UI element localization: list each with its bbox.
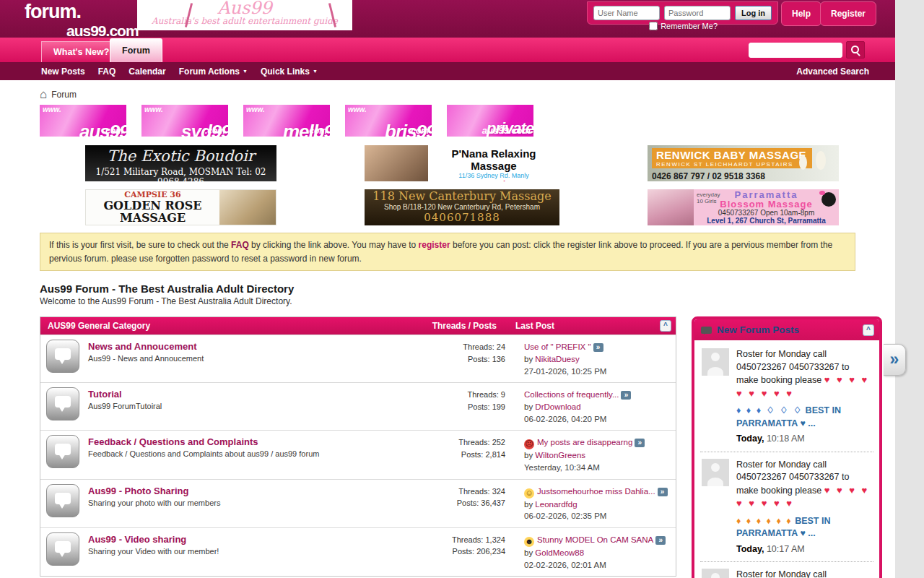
ad-phone: 0426 867 797 / 02 9518 3368 <box>652 171 839 181</box>
sidebar-header: New Forum Posts <box>694 319 879 340</box>
notice-text: by clicking the link above. You may have… <box>249 240 419 250</box>
ad-tag: 10 Girls <box>697 198 720 204</box>
ad-title: GOLDEN ROSE MASSAGE <box>86 199 219 224</box>
ad-address: RENWICK ST LEICHHARDT UPSTAIRS <box>656 161 806 168</box>
ad-renwick-baby-massage[interactable]: RENWICK BABY MASSAGE RENWICK ST LEICHHAR… <box>648 145 839 181</box>
banner-brand: Aus99 <box>137 0 352 16</box>
last-post: My posts are disappearng by WiltonGreens… <box>524 435 668 473</box>
home-icon[interactable] <box>40 87 47 102</box>
site-logo[interactable]: forum. aus99.com <box>25 2 139 38</box>
help-button[interactable]: Help <box>781 1 821 26</box>
ad-title: P'Nana Relaxing Massage <box>428 147 559 172</box>
nav-quick-links[interactable]: Quick Links <box>261 66 318 77</box>
post-text-link[interactable]: Roster for Monday call 0450723267 045073… <box>736 569 849 578</box>
category-title: AUS99 General Category <box>48 321 388 331</box>
logo-line2: aus99.com <box>66 23 139 38</box>
last-post-user[interactable]: NikitaDuesy <box>535 355 579 363</box>
forum-icon <box>46 387 79 420</box>
doll-face-icon <box>821 192 836 207</box>
ad-golden-rose-massage[interactable]: CAMPSIE 36 GOLDEN ROSE MASSAGE 36 NORTH … <box>85 189 276 225</box>
search-button[interactable] <box>846 41 865 59</box>
remember-me-checkbox[interactable] <box>649 22 658 30</box>
banner-syd99[interactable]: www. syd99 .com <box>141 105 228 137</box>
register-button[interactable]: Register <box>820 1 876 26</box>
breadcrumb-forum[interactable]: Forum <box>51 90 77 100</box>
last-post: Justsomehourhoe miss Dahlia... by Leonar… <box>524 484 668 522</box>
banner-com: .com <box>307 126 327 136</box>
faq-link[interactable]: FAQ <box>231 240 249 250</box>
speech-bubble-icon <box>701 327 712 334</box>
register-link[interactable]: register <box>419 240 450 250</box>
ad-blossom-massage[interactable]: everyday 10 Girls Parramatta Blossom Mas… <box>648 189 839 225</box>
ad-exotic-boudoir[interactable]: The Exotic Boudoir 1/521 Military Road, … <box>85 145 276 181</box>
ad-photo <box>648 189 694 225</box>
banner-www: www. <box>144 105 163 113</box>
collapse-button[interactable] <box>660 320 671 332</box>
last-post-title[interactable]: Collections of frequently... <box>524 390 619 399</box>
sidebar-post: Roster for Monday call 0450723267 045073… <box>700 452 873 563</box>
banner-aus99[interactable]: www. aus99 .com <box>40 105 126 137</box>
last-post-user[interactable]: Leonardfdg <box>535 500 577 509</box>
banner-private-aus99[interactable]: private. aus99.com <box>447 105 533 137</box>
avatar[interactable] <box>702 348 729 376</box>
search-icon <box>851 46 860 55</box>
forum-title-link[interactable]: Aus99 - Video sharing <box>88 534 408 545</box>
last-post-title[interactable]: My posts are disappearng <box>537 438 632 447</box>
ad-canterbury-massage[interactable]: 118 New Canterbury Massage Shop B/118-12… <box>365 189 559 225</box>
avatar[interactable] <box>702 459 729 486</box>
banner-com: .com <box>205 126 225 136</box>
remember-me[interactable]: Remember Me? <box>649 22 718 30</box>
candle-decor <box>799 155 807 170</box>
ad-pnana-massage[interactable]: P'Nana Relaxing Massage 11/36 Sydney Rd.… <box>365 145 559 181</box>
forum-icon <box>46 484 79 517</box>
last-post-date: 27-01-2026, 10:25 PM <box>524 366 668 378</box>
tab-forum[interactable]: Forum <box>110 38 162 62</box>
forum-title-link[interactable]: Feedback / Questions and Complaints <box>88 436 408 447</box>
last-post-title[interactable]: Justsomehourhoe miss Dahlia... <box>537 487 655 496</box>
nav-forum-actions[interactable]: Forum Actions <box>179 66 248 77</box>
banner-bris99[interactable]: www. bris99 .com <box>345 105 432 137</box>
category-header: AUS99 General Category Threads / Posts L… <box>40 317 676 335</box>
last-post-user[interactable]: DrDownload <box>535 402 580 411</box>
username-input[interactable] <box>593 6 660 20</box>
smiling-face-icon <box>524 488 534 499</box>
column-threads-posts: Threads / Posts <box>388 321 497 331</box>
nav-new-posts[interactable]: New Posts <box>41 66 85 77</box>
goto-last-post-icon[interactable] <box>658 488 668 496</box>
diamond-decor: ♦ ♦ ♦ ♢ ♢ ♢ <box>736 405 803 415</box>
goto-last-post-icon[interactable] <box>593 343 603 352</box>
remember-me-label: Remember Me? <box>661 22 718 30</box>
last-post-user[interactable]: WiltonGreens <box>535 451 585 460</box>
ad-tag: everyday <box>697 191 720 198</box>
logo-line1: forum. <box>25 2 139 22</box>
advanced-search-link[interactable]: Advanced Search <box>796 66 869 77</box>
nav-calendar[interactable]: Calendar <box>128 66 165 77</box>
avatar[interactable] <box>702 569 729 578</box>
forum-title-link[interactable]: Tutorial <box>88 389 408 400</box>
forum-title-link[interactable]: Aus99 - Photo Sharing <box>88 486 408 496</box>
forum-title-link[interactable]: News and Annoucement <box>88 341 408 352</box>
goto-last-post-icon[interactable] <box>655 536 666 545</box>
last-post-user[interactable]: GoldMeow88 <box>535 548 584 557</box>
login-button[interactable]: Log in <box>735 6 772 20</box>
password-input[interactable] <box>664 6 731 20</box>
column-last-post: Last Post <box>515 321 660 331</box>
nav-faq[interactable]: FAQ <box>98 66 116 77</box>
banner-melb99[interactable]: www. melb99 .com <box>243 105 330 137</box>
secondary-nav: New Posts FAQ Calendar Forum Actions Qui… <box>0 62 895 80</box>
sidebar-title: New Forum Posts <box>717 324 863 335</box>
last-post-title[interactable]: Use of " PREFIX " <box>524 342 591 351</box>
sidebar-expand-button[interactable]: » <box>884 344 906 376</box>
search-input[interactable] <box>749 43 842 58</box>
goto-last-post-icon[interactable] <box>635 439 645 447</box>
last-post-title[interactable]: Stunny MODEL On CAM SANA <box>537 535 653 544</box>
cool-face-icon <box>524 537 534 547</box>
banner-com: .com <box>409 126 429 136</box>
sidebar-collapse-button[interactable] <box>863 324 874 336</box>
forum-stats: Threads: 9 Posts: 199 <box>408 387 505 413</box>
header-banner-aus99[interactable]: Aus99 Australia's best adult entertainme… <box>137 0 352 30</box>
last-post: Use of " PREFIX " by NikitaDuesy 27-01-2… <box>524 340 668 377</box>
goto-last-post-icon[interactable] <box>621 391 631 400</box>
forum-stats: Threads: 24 Posts: 136 <box>408 340 505 365</box>
forum-icon <box>46 340 79 373</box>
